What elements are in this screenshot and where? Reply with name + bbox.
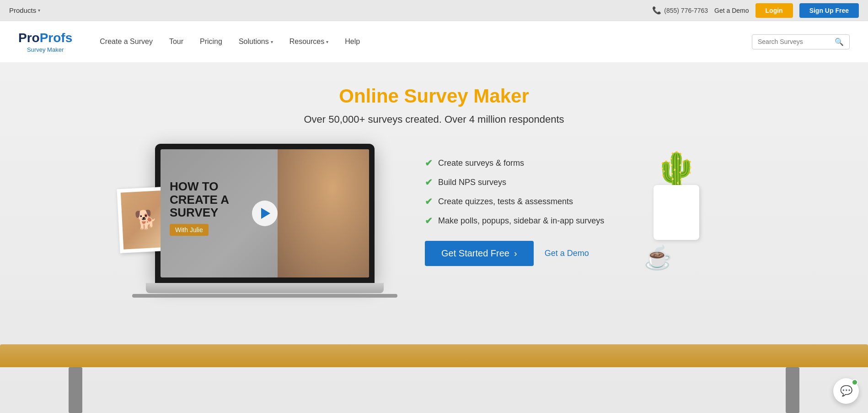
screen-how-to: HOW TO CREATE A SURVEY — [170, 180, 229, 219]
logo-subtitle: Survey Maker — [27, 46, 64, 53]
solutions-chevron-icon: ▾ — [271, 39, 273, 44]
screen-person — [278, 149, 369, 277]
logo: ProProfs — [18, 31, 72, 45]
feature-label-3: Create quizzes, tests & assessments — [438, 197, 573, 206]
search-icon: 🔍 — [835, 38, 844, 46]
logo-pro: Pro — [18, 31, 40, 45]
nav-tour[interactable]: Tour — [169, 38, 183, 46]
desk-legs — [0, 367, 868, 413]
get-started-button[interactable]: Get Started Free › — [425, 241, 534, 266]
phone-area: 📞 (855) 776-7763 — [652, 6, 708, 15]
features-area: ✔ Create surveys & forms ✔ Build NPS sur… — [425, 144, 612, 266]
laptop-screen: HOW TO CREATE A SURVEY With Julie — [161, 149, 369, 277]
logo-profs: Profs — [40, 31, 73, 45]
top-bar-right: 📞 (855) 776-7763 Get a Demo Login Sign U… — [652, 3, 859, 18]
feature-item-1: ✔ Create surveys & forms — [425, 158, 612, 168]
nav-help[interactable]: Help — [345, 38, 360, 46]
screen-person-face — [278, 149, 369, 277]
get-demo-hero-link[interactable]: Get a Demo — [545, 249, 589, 258]
plant-decoration: 🌵 — [654, 153, 699, 190]
nav-solutions[interactable]: Solutions ▾ — [239, 38, 273, 46]
phone-icon: 📞 — [652, 6, 661, 15]
laptop-frame: HOW TO CREATE A SURVEY With Julie — [155, 144, 375, 283]
feature-item-2: ✔ Build NPS surveys — [425, 177, 612, 188]
cta-area: Get Started Free › Get a Demo — [425, 241, 612, 266]
chat-icon: 💬 — [840, 385, 852, 397]
screen-text-overlay: HOW TO CREATE A SURVEY With Julie — [170, 180, 229, 236]
products-chevron-icon: ▾ — [38, 8, 40, 13]
desk-leg-right — [786, 367, 799, 413]
plant-pot — [654, 185, 699, 240]
feature-item-4: ✔ Make polls, popups, sidebar & in-app s… — [425, 215, 612, 226]
phone-number: (855) 776-7763 — [664, 7, 708, 14]
check-icon-1: ✔ — [425, 158, 433, 168]
nav-links: Create a Survey Tour Pricing Solutions ▾… — [100, 38, 752, 46]
feature-item-3: ✔ Create quizzes, tests & assessments — [425, 196, 612, 207]
hero-subtitle: Over 50,000+ surveys created. Over 4 mil… — [304, 114, 564, 125]
chat-online-dot — [852, 379, 858, 386]
laptop-area: 🐕 HOW TO CREATE A SURVEY — [155, 144, 397, 298]
hero-content: 🐕 HOW TO CREATE A SURVEY — [137, 144, 731, 298]
desk-surface — [0, 344, 868, 367]
laptop-foot — [132, 294, 397, 298]
hero-section: Online Survey Maker Over 50,000+ surveys… — [0, 62, 868, 413]
check-icon-4: ✔ — [425, 215, 433, 226]
hero-title: Online Survey Maker — [339, 85, 529, 107]
search-box[interactable]: 🔍 — [752, 34, 850, 49]
play-icon — [261, 208, 270, 219]
screen-with-julie-badge: With Julie — [170, 224, 209, 236]
logo-area[interactable]: ProProfs Survey Maker — [18, 31, 72, 53]
feature-label-1: Create surveys & forms — [438, 158, 524, 168]
get-started-arrow-icon: › — [514, 248, 517, 259]
top-bar-left: Products ▾ — [9, 6, 40, 14]
desk-area — [0, 331, 868, 413]
resources-chevron-icon: ▾ — [326, 39, 328, 44]
nav-bar: ProProfs Survey Maker Create a Survey To… — [0, 21, 868, 62]
products-label: Products — [9, 6, 36, 14]
products-button[interactable]: Products ▾ — [9, 6, 40, 14]
check-icon-2: ✔ — [425, 177, 433, 188]
login-button[interactable]: Login — [755, 3, 793, 18]
feature-label-2: Build NPS surveys — [438, 178, 506, 187]
chat-button[interactable]: 💬 — [833, 378, 859, 404]
nav-create-survey[interactable]: Create a Survey — [100, 38, 153, 46]
top-bar: Products ▾ 📞 (855) 776-7763 Get a Demo L… — [0, 0, 868, 21]
nav-resources[interactable]: Resources ▾ — [289, 38, 328, 46]
get-started-label: Get Started Free — [441, 248, 509, 259]
signup-button[interactable]: Sign Up Free — [799, 3, 859, 18]
check-icon-3: ✔ — [425, 196, 433, 207]
play-button[interactable] — [252, 201, 278, 226]
feature-label-4: Make polls, popups, sidebar & in-app sur… — [438, 216, 604, 226]
nav-pricing[interactable]: Pricing — [200, 38, 222, 46]
search-input[interactable] — [758, 38, 831, 45]
get-demo-top-link[interactable]: Get a Demo — [714, 7, 749, 14]
desk-leg-left — [69, 367, 82, 413]
laptop-base — [146, 283, 384, 293]
coffee-cup: ☕ — [644, 245, 672, 271]
